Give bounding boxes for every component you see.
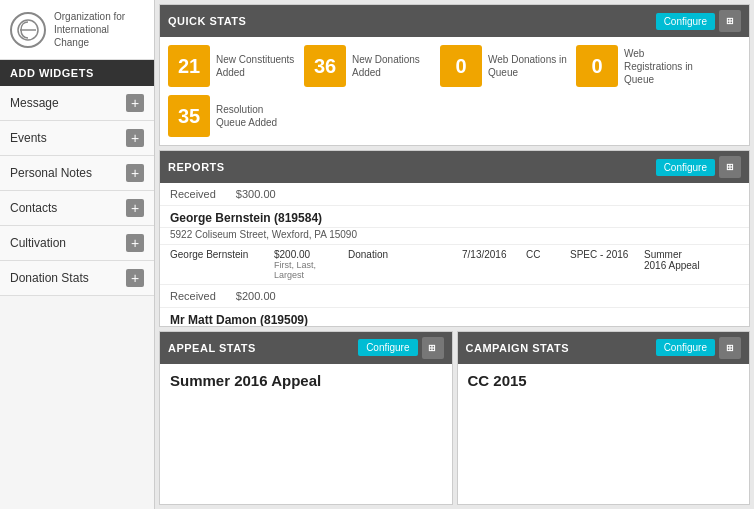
campaign-stats-value: CC 2015 [468,372,740,389]
stat-card-web-donations: 0 Web Donations in Queue [440,45,568,87]
sidebar-item-label-cultivation: Cultivation [10,236,66,250]
logo-icon [10,12,46,48]
sidebar-item-label-message: Message [10,96,59,110]
donation-row-1: George Bernstein $200.00 First, Last, La… [160,245,749,285]
appeal-stats-grid-icon[interactable]: ⊞ [422,337,444,359]
sidebar-item-label-personal-notes: Personal Notes [10,166,92,180]
reports-widget: REPORTS Configure ⊞ Received $300.00 Geo… [159,150,750,327]
sidebar-item-donation-stats[interactable]: Donation Stats + [0,261,154,296]
add-donation-stats-icon[interactable]: + [126,269,144,287]
stat-card-donations: 36 New Donations Added [304,45,432,87]
appeal-stats-body: Summer 2016 Appeal [160,364,452,397]
sidebar-item-contacts[interactable]: Contacts + [0,191,154,226]
add-events-icon[interactable]: + [126,129,144,147]
appeal-stats-configure-button[interactable]: Configure [358,339,417,356]
add-message-icon[interactable]: + [126,94,144,112]
campaign-stats-widget: CAMPAIGN STATS Configure ⊞ CC 2015 [457,331,751,506]
reports-received-2: Received $200.00 [160,285,749,308]
campaign-stats-title: CAMPAIGN STATS [466,342,570,354]
campaign-stats-controls: Configure ⊞ [656,337,741,359]
sidebar-item-cultivation[interactable]: Cultivation + [0,226,154,261]
appeal-stats-controls: Configure ⊞ [358,337,443,359]
donor-address-1: 5922 Coliseum Street, Wexford, PA 15090 [160,228,749,245]
add-personal-notes-icon[interactable]: + [126,164,144,182]
reports-title: REPORTS [168,161,225,173]
reports-controls: Configure ⊞ [656,156,741,178]
stat-label-constituents: New Constituents Added [216,53,296,79]
donor-name-1: George Bernstein (819584) [160,206,749,228]
bottom-row: APPEAL STATS Configure ⊞ Summer 2016 App… [159,331,750,506]
sidebar-item-label-donation-stats: Donation Stats [10,271,89,285]
received-label-1: Received [170,188,216,200]
quick-stats-widget: QUICK STATS Configure ⊞ 21 New Constitue… [159,4,750,146]
appeal-stats-widget: APPEAL STATS Configure ⊞ Summer 2016 App… [159,331,453,506]
stat-card-constituents: 21 New Constituents Added [168,45,296,87]
reports-grid-icon[interactable]: ⊞ [719,156,741,178]
campaign-stats-body: CC 2015 [458,364,750,397]
sidebar-item-label-events: Events [10,131,47,145]
sidebar-item-label-contacts: Contacts [10,201,57,215]
quick-stats-body: 21 New Constituents Added 36 New Donatio… [160,37,749,145]
amount-col-1: $200.00 First, Last, Largest [274,249,344,280]
reports-received-1: Received $300.00 [160,183,749,206]
org-logo: Organization for International Change [0,0,154,60]
sidebar-item-events[interactable]: Events + [0,121,154,156]
appeal-stats-header: APPEAL STATS Configure ⊞ [160,332,452,364]
donor-name-2: Mr Matt Damon (819509) [160,308,749,326]
stat-number-resolution: 35 [168,95,210,137]
main-content: QUICK STATS Configure ⊞ 21 New Constitue… [155,0,754,509]
quick-stats-title: QUICK STATS [168,15,246,27]
stat-label-donations: New Donations Added [352,53,432,79]
stat-number-donations: 36 [304,45,346,87]
stat-card-resolution: 35 Resolution Queue Added [168,95,296,137]
appeal-stats-value: Summer 2016 Appeal [170,372,442,389]
reports-configure-button[interactable]: Configure [656,159,715,176]
stat-label-resolution: Resolution Queue Added [216,103,296,129]
received-amount-2: $200.00 [236,290,276,302]
stat-number-web-registrations: 0 [576,45,618,87]
quick-stats-configure-button[interactable]: Configure [656,13,715,30]
stat-label-web-registrations: Web Registrations in Queue [624,47,704,86]
reports-header: REPORTS Configure ⊞ [160,151,749,183]
stat-number-web-donations: 0 [440,45,482,87]
sidebar-item-personal-notes[interactable]: Personal Notes + [0,156,154,191]
campaign-stats-header: CAMPAIGN STATS Configure ⊞ [458,332,750,364]
sidebar-item-message[interactable]: Message + [0,86,154,121]
add-contacts-icon[interactable]: + [126,199,144,217]
quick-stats-grid-icon[interactable]: ⊞ [719,10,741,32]
org-name: Organization for International Change [54,10,144,49]
add-widgets-header: ADD WIDGETS [0,60,154,86]
campaign-stats-grid-icon[interactable]: ⊞ [719,337,741,359]
quick-stats-controls: Configure ⊞ [656,10,741,32]
quick-stats-header: QUICK STATS Configure ⊞ [160,5,749,37]
stat-card-web-registrations: 0 Web Registrations in Queue [576,45,704,87]
add-cultivation-icon[interactable]: + [126,234,144,252]
stat-label-web-donations: Web Donations in Queue [488,53,568,79]
reports-body: Received $300.00 George Bernstein (81958… [160,183,749,326]
stat-number-constituents: 21 [168,45,210,87]
campaign-stats-configure-button[interactable]: Configure [656,339,715,356]
appeal-stats-title: APPEAL STATS [168,342,256,354]
received-amount-1: $300.00 [236,188,276,200]
received-label-2: Received [170,290,216,302]
sidebar: Organization for International Change AD… [0,0,155,509]
donor-name-col-1: George Bernstein [170,249,270,280]
